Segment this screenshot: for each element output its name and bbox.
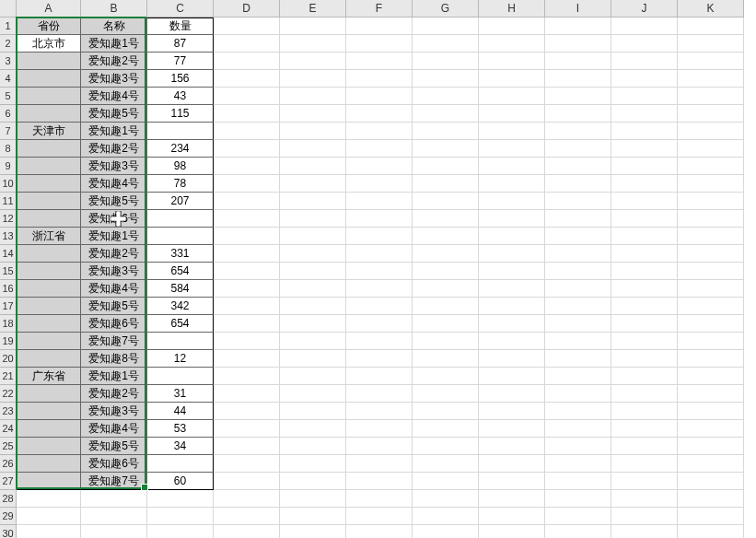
cell-J23[interactable]	[611, 403, 678, 420]
cell-C24[interactable]: 53	[147, 420, 214, 438]
cell-A25[interactable]	[17, 438, 81, 455]
cell-K16[interactable]	[678, 280, 744, 298]
cell-H30[interactable]	[479, 525, 545, 538]
cell-B23[interactable]: 爱知趣3号	[81, 403, 147, 420]
cell-B24[interactable]: 爱知趣4号	[81, 420, 147, 438]
cell-K28[interactable]	[678, 490, 744, 508]
cell-F3[interactable]	[346, 53, 413, 70]
cell-F13[interactable]	[346, 228, 413, 245]
cell-J14[interactable]	[611, 245, 678, 263]
cell-H3[interactable]	[479, 53, 545, 70]
cell-I3[interactable]	[545, 53, 611, 70]
cell-I27[interactable]	[545, 473, 611, 490]
cell-A16[interactable]	[17, 280, 81, 298]
cell-B1[interactable]: 名称	[81, 18, 147, 35]
cell-I29[interactable]	[545, 508, 611, 525]
cell-G2[interactable]	[413, 35, 479, 53]
cell-J26[interactable]	[611, 455, 678, 473]
cell-D16[interactable]	[214, 280, 280, 298]
cell-J27[interactable]	[611, 473, 678, 490]
cell-D18[interactable]	[214, 315, 280, 333]
cell-J4[interactable]	[611, 70, 678, 88]
cell-K25[interactable]	[678, 438, 744, 455]
cell-I8[interactable]	[545, 140, 611, 158]
cell-J25[interactable]	[611, 438, 678, 455]
cell-K8[interactable]	[678, 140, 744, 158]
cell-D29[interactable]	[214, 508, 280, 525]
cell-C4[interactable]: 156	[147, 70, 214, 88]
cell-F8[interactable]	[346, 140, 413, 158]
cell-I4[interactable]	[545, 70, 611, 88]
row-header-27[interactable]: 27	[0, 473, 17, 490]
cell-I26[interactable]	[545, 455, 611, 473]
cell-C30[interactable]	[147, 525, 214, 538]
cell-C21[interactable]	[147, 368, 214, 385]
cell-J5[interactable]	[611, 88, 678, 105]
cell-A2[interactable]: 北京市	[17, 35, 81, 53]
cell-H28[interactable]	[479, 490, 545, 508]
cell-B10[interactable]: 爱知趣4号	[81, 175, 147, 193]
cell-D25[interactable]	[214, 438, 280, 455]
column-header-D[interactable]: D	[214, 0, 280, 18]
row-header-7[interactable]: 7	[0, 123, 17, 140]
cell-D1[interactable]	[214, 18, 280, 35]
cell-B16[interactable]: 爱知趣4号	[81, 280, 147, 298]
cell-A21[interactable]: 广东省	[17, 368, 81, 385]
cell-G15[interactable]	[413, 263, 479, 280]
cell-D23[interactable]	[214, 403, 280, 420]
cell-G1[interactable]	[413, 18, 479, 35]
cell-I17[interactable]	[545, 298, 611, 315]
select-all-corner[interactable]	[0, 0, 17, 18]
cell-D14[interactable]	[214, 245, 280, 263]
cell-C8[interactable]: 234	[147, 140, 214, 158]
cell-A28[interactable]	[17, 490, 81, 508]
cell-D20[interactable]	[214, 350, 280, 368]
cell-J28[interactable]	[611, 490, 678, 508]
cell-I25[interactable]	[545, 438, 611, 455]
cell-D21[interactable]	[214, 368, 280, 385]
cell-F29[interactable]	[346, 508, 413, 525]
cell-K12[interactable]	[678, 210, 744, 228]
column-header-A[interactable]: A	[17, 0, 81, 18]
cell-A12[interactable]	[17, 210, 81, 228]
cell-E25[interactable]	[280, 438, 346, 455]
row-header-17[interactable]: 17	[0, 298, 17, 315]
cell-E26[interactable]	[280, 455, 346, 473]
cell-H14[interactable]	[479, 245, 545, 263]
cell-E10[interactable]	[280, 175, 346, 193]
cell-H22[interactable]	[479, 385, 545, 403]
cell-F2[interactable]	[346, 35, 413, 53]
cell-A23[interactable]	[17, 403, 81, 420]
row-header-30[interactable]: 30	[0, 525, 17, 538]
row-header-3[interactable]: 3	[0, 53, 17, 70]
cell-C9[interactable]: 98	[147, 158, 214, 175]
cell-A9[interactable]	[17, 158, 81, 175]
column-header-J[interactable]: J	[611, 0, 678, 18]
cell-C28[interactable]	[147, 490, 214, 508]
cell-H16[interactable]	[479, 280, 545, 298]
cell-B14[interactable]: 爱知趣2号	[81, 245, 147, 263]
cell-C3[interactable]: 77	[147, 53, 214, 70]
cell-B4[interactable]: 爱知趣3号	[81, 70, 147, 88]
row-header-8[interactable]: 8	[0, 140, 17, 158]
row-header-10[interactable]: 10	[0, 175, 17, 193]
cell-A18[interactable]	[17, 315, 81, 333]
cell-E22[interactable]	[280, 385, 346, 403]
row-header-9[interactable]: 9	[0, 158, 17, 175]
row-header-25[interactable]: 25	[0, 438, 17, 455]
cell-C1[interactable]: 数量	[147, 18, 214, 35]
row-header-21[interactable]: 21	[0, 368, 17, 385]
cell-I6[interactable]	[545, 105, 611, 123]
cell-G21[interactable]	[413, 368, 479, 385]
cell-J29[interactable]	[611, 508, 678, 525]
cell-K11[interactable]	[678, 193, 744, 210]
cell-B9[interactable]: 爱知趣3号	[81, 158, 147, 175]
cell-G5[interactable]	[413, 88, 479, 105]
cell-E27[interactable]	[280, 473, 346, 490]
cell-H5[interactable]	[479, 88, 545, 105]
cell-E9[interactable]	[280, 158, 346, 175]
cell-I16[interactable]	[545, 280, 611, 298]
cell-C17[interactable]: 342	[147, 298, 214, 315]
cell-G10[interactable]	[413, 175, 479, 193]
cell-B3[interactable]: 爱知趣2号	[81, 53, 147, 70]
